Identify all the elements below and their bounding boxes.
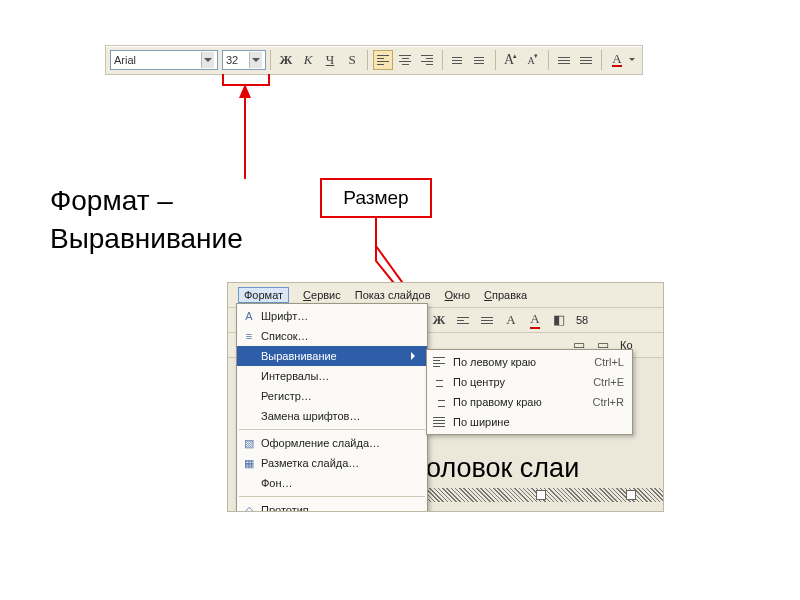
menu-service[interactable]: Сервис bbox=[303, 289, 341, 301]
menu-item-font[interactable]: A Шрифт… bbox=[237, 306, 427, 326]
menu-item-slide-layout[interactable]: ▦ Разметка слайда… bbox=[237, 453, 427, 473]
increase-indent-button[interactable] bbox=[576, 50, 596, 70]
size-callout: Размер bbox=[320, 178, 432, 218]
chevron-down-icon[interactable] bbox=[628, 50, 636, 70]
chevron-down-icon[interactable] bbox=[201, 52, 214, 68]
menu-window[interactable]: Окно bbox=[445, 289, 471, 301]
menu-item-replace-fonts[interactable]: Замена шрифтов… bbox=[237, 406, 427, 426]
shadow-button[interactable]: S bbox=[342, 50, 362, 70]
align-left-button[interactable] bbox=[453, 310, 473, 330]
format-dropdown: A Шрифт… ≡ Список… Выравнивание Интервал… bbox=[236, 303, 428, 512]
arrow-up-icon bbox=[236, 84, 266, 179]
bullets-button[interactable] bbox=[477, 310, 497, 330]
align-right-button[interactable] bbox=[417, 50, 437, 70]
layout-icon: ▦ bbox=[244, 457, 254, 470]
bold-button[interactable]: Ж bbox=[429, 310, 449, 330]
bold-button[interactable]: Ж bbox=[276, 50, 296, 70]
menu-item-background[interactable]: Фон… bbox=[237, 473, 427, 493]
menu-slideshow[interactable]: Показ слайдов bbox=[355, 289, 431, 301]
tool-button[interactable]: ◧ bbox=[549, 310, 569, 330]
slide-heading: Формат – Выравнивание bbox=[50, 182, 243, 258]
increase-font-button[interactable]: A bbox=[501, 310, 521, 330]
svg-marker-1 bbox=[239, 84, 251, 98]
decrease-font-button[interactable]: A▾ bbox=[523, 50, 543, 70]
placeholder-icon: ◇ bbox=[245, 504, 253, 513]
size-callout-label: Размер bbox=[343, 187, 408, 209]
italic-button[interactable]: К bbox=[298, 50, 318, 70]
menu-item-list[interactable]: ≡ Список… bbox=[237, 326, 427, 346]
format-toolbar: Arial 32 Ж К Ч S A▴ A▾ A bbox=[105, 45, 643, 75]
heading-line2: Выравнивание bbox=[50, 220, 243, 258]
submenu-align-center[interactable]: По центру Ctrl+E bbox=[427, 372, 632, 392]
design-icon: ▧ bbox=[244, 437, 254, 450]
list-icon: ≡ bbox=[246, 330, 252, 342]
menu-item-case[interactable]: Регистр… bbox=[237, 386, 427, 406]
heading-line1: Формат – bbox=[50, 182, 243, 220]
chevron-right-icon bbox=[411, 352, 419, 360]
menu-item-align[interactable]: Выравнивание bbox=[237, 346, 427, 366]
bulleted-list-button[interactable] bbox=[470, 50, 490, 70]
menu-help[interactable]: Справка bbox=[484, 289, 527, 301]
chevron-down-icon[interactable] bbox=[249, 52, 262, 68]
decrease-indent-button[interactable] bbox=[554, 50, 574, 70]
font-size-combo[interactable]: 32 bbox=[222, 50, 266, 70]
size-bracket bbox=[222, 74, 270, 86]
placeholder-hatching bbox=[426, 488, 664, 502]
submenu-align-justify[interactable]: По ширине bbox=[427, 412, 632, 432]
font-name-value: Arial bbox=[114, 54, 136, 66]
font-icon: A bbox=[245, 310, 252, 322]
submenu-align-left[interactable]: По левому краю Ctrl+L bbox=[427, 352, 632, 372]
align-center-button[interactable] bbox=[395, 50, 415, 70]
numbered-list-button[interactable] bbox=[448, 50, 468, 70]
menu-format[interactable]: Формат bbox=[238, 287, 289, 303]
inset-screenshot: Формат Сервис Показ слайдов Окно Справка… bbox=[227, 282, 664, 512]
menu-item-intervals[interactable]: Интервалы… bbox=[237, 366, 427, 386]
increase-font-button[interactable]: A▴ bbox=[501, 50, 521, 70]
align-submenu: По левому краю Ctrl+L По центру Ctrl+E П… bbox=[426, 349, 633, 435]
submenu-align-right[interactable]: По правому краю Ctrl+R bbox=[427, 392, 632, 412]
menu-item-slide-design[interactable]: ▧ Оформление слайда… bbox=[237, 433, 427, 453]
font-color-button[interactable]: A bbox=[525, 310, 545, 330]
font-name-combo[interactable]: Arial bbox=[110, 50, 218, 70]
bg-text: оловок слаи bbox=[426, 453, 579, 484]
menu-item-placeholder[interactable]: ◇ Прототип… bbox=[237, 500, 427, 512]
zoom-value: 58 bbox=[576, 314, 588, 326]
font-color-button[interactable]: A bbox=[607, 50, 627, 70]
underline-button[interactable]: Ч bbox=[320, 50, 340, 70]
font-size-value: 32 bbox=[226, 54, 238, 66]
align-left-button[interactable] bbox=[373, 50, 393, 70]
